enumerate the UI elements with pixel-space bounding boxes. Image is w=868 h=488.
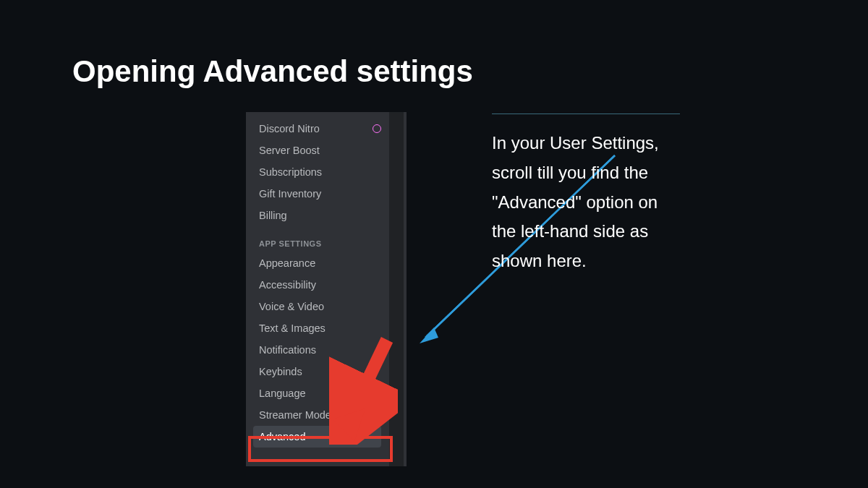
- sidebar-item-label: Keybinds: [259, 366, 302, 377]
- sidebar-item-label: Subscriptions: [259, 166, 322, 178]
- sidebar-item-server-boost[interactable]: Server Boost: [246, 140, 387, 161]
- sidebar-item-label: Voice & Video: [259, 301, 324, 312]
- sidebar-item-label: Text & Images: [259, 322, 326, 334]
- scrollbar-track[interactable]: [389, 112, 404, 466]
- sidebar-item-voice-video[interactable]: Voice & Video: [246, 296, 387, 317]
- sidebar-item-label: Advanced: [259, 431, 306, 442]
- sidebar-item-label: Language: [259, 388, 306, 399]
- sidebar-item-label: Appearance: [259, 257, 315, 269]
- instruction-panel: In your User Settings, scroll till you f…: [492, 114, 680, 276]
- svg-marker-5: [420, 328, 438, 343]
- sidebar-item-label: Billing: [259, 210, 287, 221]
- instruction-text: In your User Settings, scroll till you f…: [492, 129, 680, 276]
- sidebar-item-label: Discord Nitro: [259, 123, 320, 134]
- slide-title: Opening Advanced settings: [72, 54, 473, 89]
- sidebar-item-streamer-mode[interactable]: Streamer Mode: [246, 404, 387, 426]
- sidebar-item-subscriptions[interactable]: Subscriptions: [246, 161, 387, 183]
- sidebar-item-appearance[interactable]: Appearance: [246, 252, 387, 274]
- sidebar-item-text-images[interactable]: Text & Images: [246, 317, 387, 339]
- sidebar-item-advanced[interactable]: Advanced: [253, 426, 381, 448]
- sidebar-item-accessibility[interactable]: Accessibility: [246, 274, 387, 296]
- sidebar-item-label: Accessibility: [259, 279, 316, 291]
- section-header-app-settings: APP SETTINGS: [246, 226, 387, 252]
- sidebar-item-notifications[interactable]: Notifications: [246, 339, 387, 361]
- sidebar-item-discord-nitro[interactable]: Discord Nitro: [246, 118, 387, 140]
- sidebar-item-keybinds[interactable]: Keybinds: [246, 361, 387, 382]
- nitro-icon: [373, 124, 381, 133]
- sidebar-item-language[interactable]: Language: [246, 382, 387, 404]
- instruction-divider: [492, 114, 680, 114]
- sidebar-item-gift-inventory[interactable]: Gift Inventory: [246, 183, 387, 205]
- settings-sidebar: Discord Nitro Server Boost Subscriptions…: [246, 112, 387, 448]
- sidebar-item-label: Notifications: [259, 344, 316, 356]
- sidebar-item-billing[interactable]: Billing: [246, 205, 387, 226]
- sidebar-item-label: Server Boost: [259, 145, 320, 156]
- discord-settings-screenshot: Discord Nitro Server Boost Subscriptions…: [246, 112, 407, 466]
- sidebar-item-label: Streamer Mode: [259, 409, 331, 421]
- sidebar-item-label: Gift Inventory: [259, 188, 321, 200]
